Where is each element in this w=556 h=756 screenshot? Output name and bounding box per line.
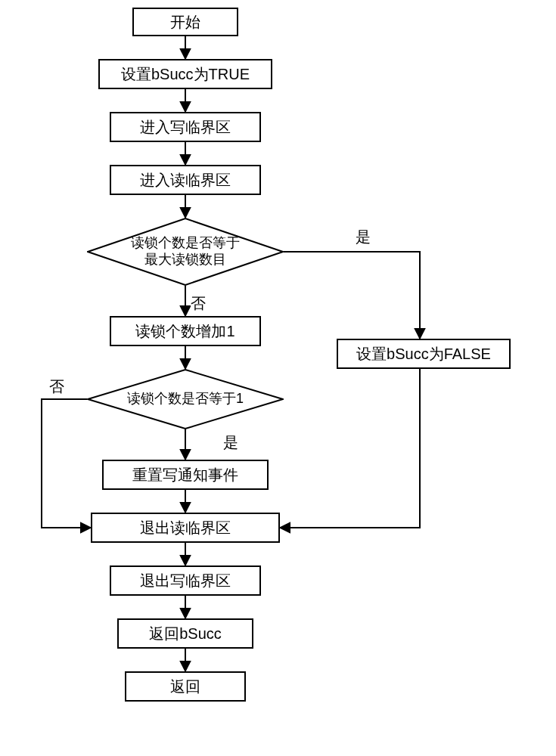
node-return-bsucc: 返回bSucc (117, 618, 253, 649)
node-return: 返回 (125, 671, 246, 702)
node-start: 开始 (132, 8, 238, 36)
node-enter-read: 进入读临界区 (110, 165, 261, 195)
node-label: 设置bSucc为TRUE (121, 65, 250, 83)
node-label: 退出读临界区 (140, 519, 231, 537)
decision-label: 读锁个数是否等于1 (87, 369, 284, 429)
node-label: 返回 (170, 677, 200, 696)
decision-readlock-one: 读锁个数是否等于1 (87, 369, 284, 429)
edge-label-yes: 是 (356, 227, 371, 247)
node-reset-event: 重置写通知事件 (102, 460, 269, 490)
node-label: 退出写临界区 (140, 572, 231, 590)
node-label: 返回bSucc (149, 624, 222, 643)
node-exit-write: 退出写临界区 (110, 565, 261, 596)
node-label: 开始 (170, 13, 200, 31)
node-set-true: 设置bSucc为TRUE (98, 59, 272, 89)
node-inc-read: 读锁个数增加1 (110, 316, 261, 346)
decision-label: 读锁个数是否等于最大读锁数目 (87, 218, 284, 286)
node-label: 重置写通知事件 (132, 466, 238, 484)
node-enter-write: 进入写临界区 (110, 112, 261, 142)
node-set-false: 设置bSucc为FALSE (337, 339, 511, 369)
edge-label-no: 否 (191, 293, 206, 314)
decision-readlock-max: 读锁个数是否等于最大读锁数目 (87, 218, 284, 286)
node-label: 设置bSucc为FALSE (356, 345, 491, 363)
node-exit-read: 退出读临界区 (91, 513, 280, 543)
node-label: 进入写临界区 (140, 118, 231, 136)
edge-label-yes: 是 (223, 432, 238, 453)
node-label: 读锁个数增加1 (135, 322, 235, 340)
node-label: 进入读临界区 (140, 171, 231, 189)
edge-label-no: 否 (49, 376, 64, 397)
